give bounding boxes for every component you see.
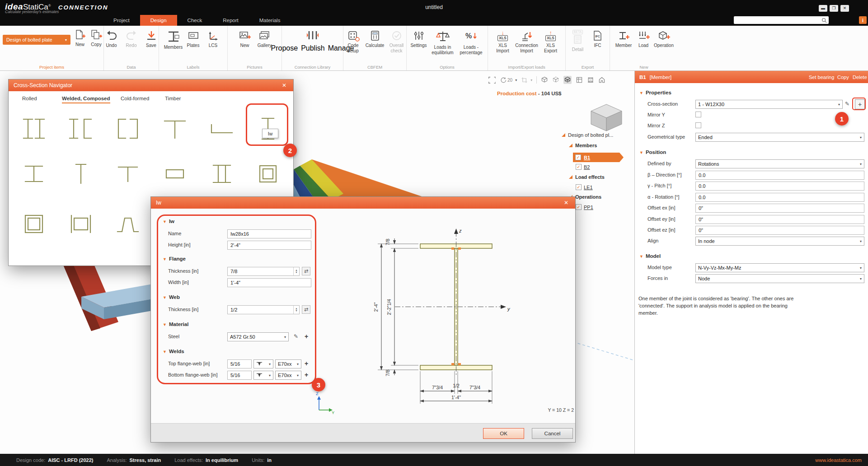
add-cross-section-button[interactable]: + [855, 99, 865, 109]
section-icon-plated-box[interactable] [65, 208, 97, 240]
section-header-model[interactable]: ▼Model [639, 253, 661, 259]
edit-material-icon[interactable]: ✎ [294, 333, 298, 340]
tab-materials[interactable]: Materials [249, 15, 291, 26]
code-setup-button[interactable]: Code setup [343, 28, 363, 53]
home-view-button[interactable] [598, 76, 605, 84]
tree-item-members[interactable]: Members [569, 143, 597, 148]
align-select[interactable]: In node▾ [695, 237, 864, 246]
view-perspective-button[interactable] [587, 76, 594, 84]
top-weld-size-field[interactable]: 5/16 [227, 359, 252, 368]
propose-button[interactable]: Propose [271, 44, 298, 52]
mirror-z-checkbox[interactable] [695, 122, 701, 128]
stepper-arrows-icon[interactable]: ▲▼ [293, 267, 299, 275]
load-effects-value[interactable]: In equilibrium [206, 457, 238, 463]
section-header-material[interactable]: ▼Material [163, 322, 188, 327]
tab-rolled[interactable]: Rolled [22, 96, 37, 103]
section-header-welds[interactable]: ▼Welds [163, 349, 184, 354]
tree-item-pp1[interactable]: ✓ PP1 [576, 204, 593, 210]
view-model-button[interactable] [576, 76, 583, 84]
loads-in-equilibrium-button[interactable]: Loads in equilibrium [429, 28, 456, 55]
offset-ey-field[interactable]: 0" [695, 215, 864, 224]
web-swap-button[interactable]: ⇄ [302, 305, 310, 314]
rotation-angle-select[interactable]: 20▾ [500, 77, 517, 84]
navigator-title-bar[interactable]: Cross-Section Navigator ✕ [9, 79, 293, 91]
units-value[interactable]: in [267, 457, 272, 463]
expand-icon[interactable] [562, 133, 565, 137]
new-operation-button[interactable]: Operation [654, 28, 674, 48]
section-header-position[interactable]: ▼Position [639, 149, 666, 155]
tree-item-b1-selected[interactable]: ✓ B1 [573, 153, 624, 162]
xls-import-button[interactable]: ↓XLS XLS Import [494, 28, 511, 53]
top-weld-type-select[interactable]: ▾ [253, 359, 273, 368]
search-input[interactable] [734, 16, 829, 24]
steel-grade-select[interactable]: A572 Gr.50▾ [227, 332, 289, 341]
mirror-y-checkbox[interactable] [695, 112, 701, 117]
gamma-pitch-field[interactable]: 0.0 [695, 182, 864, 191]
delete-member-button[interactable]: Delete [853, 75, 867, 80]
flange-width-field[interactable]: 1'-4" [227, 278, 311, 287]
settings-button[interactable]: Settings [409, 28, 428, 55]
publish-button[interactable]: Publish [301, 44, 324, 52]
section-icon-flat-angle[interactable] [206, 113, 238, 144]
orientation-cube-icon[interactable] [586, 100, 627, 133]
bottom-weld-electrode-select[interactable]: E70xx▾ [275, 371, 301, 380]
expand-icon[interactable] [569, 175, 572, 179]
expand-icon[interactable] [569, 144, 572, 147]
picture-new-button[interactable]: New [235, 28, 254, 48]
section-icon-hat[interactable] [112, 208, 144, 240]
calculate-button[interactable]: Calculate [364, 28, 386, 53]
design-of-bolted-plate-button[interactable]: Design of bolted plate▾ [3, 35, 70, 45]
save-button[interactable]: Save [142, 28, 161, 48]
new-load-button[interactable]: Load [634, 28, 653, 48]
stepper-arrows-icon[interactable]: ▲▼ [293, 306, 299, 314]
xls-export-button[interactable]: ↑XLS XLS Export [542, 28, 559, 53]
section-icon-box[interactable] [252, 158, 284, 190]
website-link[interactable]: www.ideastatica.com [815, 457, 862, 463]
defined-by-select[interactable]: Rotations▾ [695, 159, 864, 168]
iw-dialog-title-bar[interactable]: Iw ✕ [151, 197, 575, 209]
section-icon-I-with-channel[interactable] [65, 113, 97, 144]
plates-labels-button[interactable]: Plates [184, 28, 203, 50]
close-icon[interactable]: ✕ [840, 5, 849, 12]
tab-project[interactable]: Project [103, 15, 140, 26]
section-icon-channels-box[interactable] [112, 113, 144, 144]
connection-import-button[interactable]: Connection Import [512, 28, 541, 53]
view-wireframe-button[interactable] [563, 76, 572, 84]
section-icon-welded-box[interactable] [18, 208, 50, 240]
add-material-icon[interactable]: + [305, 333, 308, 340]
height-field[interactable]: 2'-4" [227, 241, 311, 250]
edit-cross-section-icon[interactable]: ✎ [845, 101, 849, 107]
bottom-weld-size-field[interactable]: 5/16 [227, 371, 252, 380]
lcs-button[interactable]: LCS [204, 28, 223, 50]
tree-item-project-root[interactable]: Design of bolted pl... [562, 132, 613, 138]
cross-section-select[interactable]: 1 - W12X30▾ [695, 100, 843, 109]
b1-checkbox[interactable]: ✓ [575, 154, 581, 160]
pp1-checkbox[interactable]: ✓ [576, 204, 582, 210]
add-top-weld-icon[interactable]: + [305, 360, 308, 367]
name-field[interactable]: Iw28x16 [227, 229, 311, 238]
close-icon[interactable]: ✕ [562, 200, 570, 206]
section-header-flange[interactable]: ▼Flange [163, 256, 186, 261]
b2-checkbox[interactable]: ✓ [576, 164, 582, 170]
set-bearing-button[interactable]: Set bearing [809, 75, 834, 80]
tab-design[interactable]: Design [140, 15, 177, 26]
section-icon-double-web-I[interactable] [206, 158, 238, 190]
maximize-icon[interactable]: ❐ [830, 5, 838, 12]
offset-ex-field[interactable]: 0" [695, 204, 864, 213]
tab-timber[interactable]: Timber [165, 96, 181, 103]
tree-item-load-effects[interactable]: Load effects [569, 174, 605, 180]
section-icon-T-narrow[interactable] [65, 158, 97, 190]
undo-button[interactable]: Undo [102, 28, 121, 48]
section-icon-welded-double-I[interactable] [18, 113, 50, 144]
members-labels-button[interactable]: Members [164, 28, 183, 50]
tab-welded-composed[interactable]: Welded, Composed [62, 96, 110, 103]
cancel-button[interactable]: Cancel [532, 428, 573, 439]
copy-member-button[interactable]: Copy [837, 75, 849, 80]
loads-percentage-button[interactable]: % Loads - percentage [457, 28, 485, 55]
analysis-value[interactable]: Stress, strain [130, 457, 161, 463]
beta-direction-field[interactable]: 0.0 [695, 171, 864, 180]
section-header-iw[interactable]: ▼Iw [163, 219, 174, 224]
web-thickness-stepper[interactable]: 1/2▲▼ [227, 305, 300, 314]
tab-report[interactable]: Report [212, 15, 249, 26]
section-icon-I[interactable] [18, 158, 50, 190]
